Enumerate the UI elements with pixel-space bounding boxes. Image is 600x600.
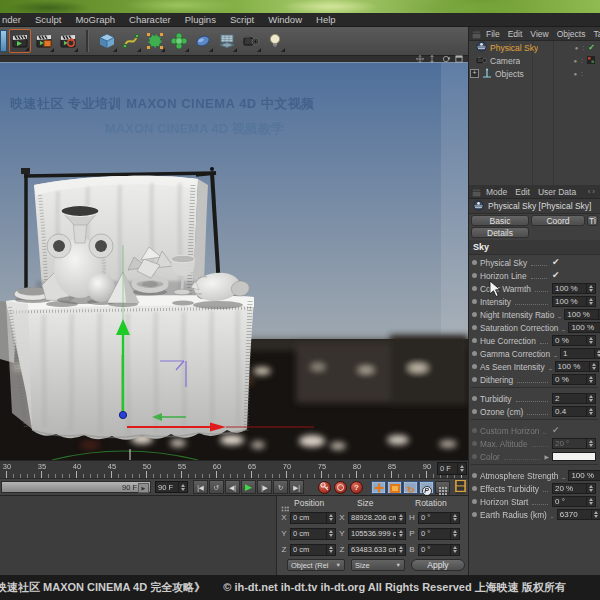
- spinner[interactable]: [586, 297, 595, 306]
- value-field[interactable]: 2: [552, 393, 596, 404]
- spinner[interactable]: [396, 513, 405, 523]
- spinner[interactable]: [326, 513, 335, 523]
- value-field[interactable]: 100 %: [555, 361, 599, 372]
- value-field[interactable]: 1: [560, 348, 600, 359]
- animation-dot[interactable]: [472, 338, 477, 343]
- animation-dot[interactable]: [472, 409, 477, 414]
- spinner[interactable]: [450, 529, 459, 539]
- menu-item-tags[interactable]: Tags: [589, 29, 600, 39]
- value-field[interactable]: 100 %: [568, 470, 600, 481]
- spinner[interactable]: [178, 482, 187, 492]
- record-scale-button[interactable]: [387, 481, 402, 494]
- zoom-view-icon[interactable]: [429, 56, 438, 62]
- expand-triangle-icon[interactable]: ▶: [544, 453, 549, 460]
- menu-item-plugins[interactable]: Plugins: [178, 13, 223, 26]
- menu-item-script[interactable]: Script: [223, 13, 261, 26]
- value-field[interactable]: 20 °: [552, 438, 596, 449]
- animation-dot[interactable]: [472, 441, 477, 446]
- menu-item-edit[interactable]: Edit: [504, 29, 527, 39]
- light-button[interactable]: [264, 29, 286, 53]
- ruler-frame-field[interactable]: 0 F: [437, 462, 467, 475]
- spinner[interactable]: [586, 484, 595, 493]
- value-field[interactable]: 100 %: [552, 296, 596, 307]
- menu-item-user-data[interactable]: User Data: [534, 187, 580, 197]
- play-forward-button[interactable]: ▶: [241, 480, 256, 494]
- spinner[interactable]: [589, 362, 598, 371]
- value-field[interactable]: 100 %: [568, 322, 600, 333]
- animation-dot[interactable]: [472, 396, 477, 401]
- play-cycle-button[interactable]: ↻: [273, 480, 288, 494]
- spinner[interactable]: [586, 394, 595, 403]
- menu-item-help[interactable]: Help: [309, 13, 343, 26]
- spinner[interactable]: [326, 529, 335, 539]
- generator-button[interactable]: [144, 29, 166, 53]
- record-parameter-button[interactable]: P: [419, 481, 434, 494]
- apply-button[interactable]: Apply: [411, 559, 465, 571]
- object-row-camera[interactable]: Camera ● ⁚: [469, 54, 600, 67]
- panel-icon[interactable]: [472, 183, 481, 201]
- animation-dot[interactable]: [472, 473, 477, 478]
- spinner[interactable]: [586, 497, 595, 506]
- section-sky[interactable]: Sky: [469, 240, 600, 255]
- animation-dot[interactable]: [472, 260, 477, 265]
- value-field[interactable]: 0 °: [552, 496, 596, 507]
- previous-frame-button[interactable]: ◀|: [225, 480, 240, 494]
- timeline-range-slider[interactable]: 90 F ▶: [1, 481, 151, 493]
- material-manager-panel[interactable]: [0, 495, 277, 575]
- value-field[interactable]: 20 %: [552, 483, 596, 494]
- render-view-button[interactable]: [9, 29, 31, 53]
- animation-dot[interactable]: [472, 428, 477, 433]
- spinner[interactable]: [457, 463, 466, 474]
- record-rotation-button[interactable]: ↻: [403, 481, 418, 494]
- spinner[interactable]: [586, 284, 595, 293]
- visibility-dots[interactable]: ⁚: [581, 57, 583, 64]
- add-cube-button[interactable]: [96, 29, 118, 53]
- color-swatch[interactable]: [552, 452, 596, 461]
- deformer-button[interactable]: [168, 29, 190, 53]
- checkbox[interactable]: ✔: [551, 270, 596, 281]
- menu-item-edit[interactable]: Edit: [511, 187, 534, 197]
- rotate-view-icon[interactable]: [442, 56, 451, 62]
- history-arrows-icon[interactable]: ‹›: [588, 187, 597, 196]
- menu-item-sculpt[interactable]: Sculpt: [28, 13, 68, 26]
- camera-tag-icon[interactable]: [587, 56, 595, 66]
- spinner[interactable]: [586, 407, 595, 416]
- menu-item-objects[interactable]: Objects: [553, 29, 590, 39]
- timeline-ruler[interactable]: 30354045505560657075808590 0 F: [0, 460, 468, 478]
- animation-dot[interactable]: [472, 364, 477, 369]
- keyframe-selection-button[interactable]: ?: [350, 481, 363, 494]
- render-settings-button[interactable]: [57, 29, 79, 53]
- play-backwards-button[interactable]: ↺: [209, 480, 224, 494]
- tab-time[interactable]: Ti: [587, 215, 598, 226]
- record-keyframe-button[interactable]: [318, 481, 331, 494]
- spline-pen-button[interactable]: [120, 29, 142, 53]
- position-x-field[interactable]: 0 cm: [290, 512, 336, 524]
- animation-dot[interactable]: [472, 273, 477, 278]
- checkbox[interactable]: ✔: [551, 425, 596, 436]
- menu-item-file[interactable]: File: [482, 29, 504, 39]
- size-y-field[interactable]: 105536.999 c: [348, 528, 406, 540]
- record-pla-button[interactable]: [435, 481, 450, 494]
- rotation-b-field[interactable]: 0 °: [418, 544, 460, 556]
- panel-icon[interactable]: [472, 25, 481, 43]
- spinner[interactable]: [396, 529, 405, 539]
- spinner[interactable]: [450, 513, 459, 523]
- animation-dot[interactable]: [472, 325, 477, 330]
- slider-grip-icon[interactable]: ▶: [138, 483, 149, 493]
- clipped-tool-icon[interactable]: [0, 30, 7, 52]
- size-mode-dropdown[interactable]: Size▼: [351, 559, 405, 571]
- spinner[interactable]: [450, 545, 459, 555]
- size-z-field[interactable]: 63483.633 cm: [348, 544, 406, 556]
- menu-item-mode[interactable]: Mode: [482, 187, 511, 197]
- value-field[interactable]: 100 %: [552, 283, 596, 294]
- floor-button[interactable]: [216, 29, 238, 53]
- go-to-end-button[interactable]: ▶|: [289, 480, 304, 494]
- render-to-picture-viewer-button[interactable]: [33, 29, 55, 53]
- menu-item-nder[interactable]: nder: [0, 13, 28, 26]
- spinner[interactable]: [396, 545, 405, 555]
- animation-dot[interactable]: [472, 312, 477, 317]
- enable-dot[interactable]: ●: [573, 58, 577, 64]
- menu-item-window[interactable]: Window: [261, 13, 309, 26]
- animation-dot[interactable]: [472, 351, 477, 356]
- rotation-h-field[interactable]: 0 °: [418, 512, 460, 524]
